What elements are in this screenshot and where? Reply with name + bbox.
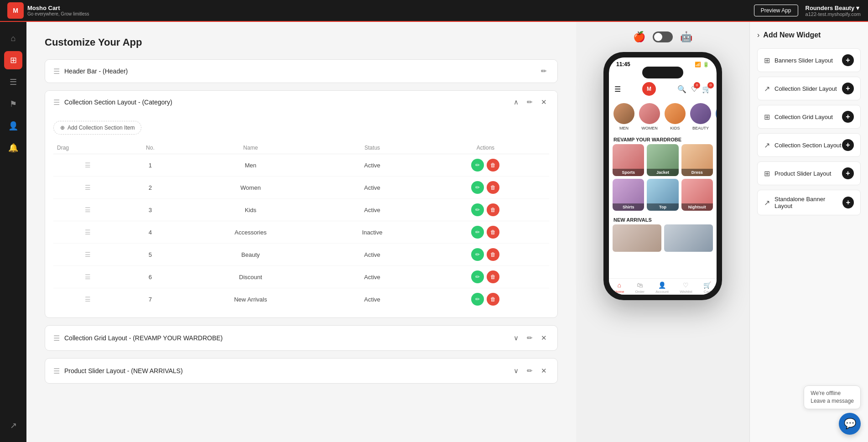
category-kids[interactable]: KIDS (665, 103, 686, 130)
sidebar-item-bell[interactable]: 🔔 (4, 139, 22, 157)
sidebar-item-export[interactable]: ↗ (4, 416, 22, 435)
apple-icon[interactable]: 🍎 (633, 31, 645, 43)
platform-switch[interactable] (653, 31, 673, 42)
add-banners-slider-button[interactable]: + (842, 54, 854, 66)
panel-back-button[interactable]: › (757, 31, 759, 39)
delete-item-button[interactable]: 🗑 (487, 293, 499, 306)
delete-item-button[interactable]: 🗑 (487, 181, 499, 194)
collection-section-actions: ∧ ✏ ✕ (511, 97, 549, 107)
sidebar-item-users[interactable]: 👤 (4, 117, 22, 135)
delete-item-button[interactable]: 🗑 (487, 270, 499, 283)
add-collection-slider-button[interactable]: + (842, 83, 854, 94)
app-tagline: Go everywhere, Grow limitless (27, 11, 89, 16)
add-collection-section-item-button[interactable]: ⊕ Add Collection Section Item (53, 121, 141, 135)
grid-shirts[interactable]: Shirts (613, 179, 644, 211)
edit-item-button[interactable]: ✏ (471, 270, 484, 283)
drag-handle-icon[interactable]: ☰ (53, 367, 60, 375)
delete-product-slider-button[interactable]: ✕ (539, 366, 549, 376)
col-name: Name (178, 142, 322, 154)
edit-product-slider-button[interactable]: ✏ (525, 366, 535, 376)
option-banners-left: ⊞ Banners Slider Layout (764, 56, 833, 65)
edit-header-bar-button[interactable]: ✏ (539, 66, 549, 76)
collection-grid-header: ☰ Collection Grid Layout - (REVAMP YOUR … (45, 326, 557, 350)
nav-home[interactable]: ⌂ Home (614, 281, 624, 294)
col-no: No. (122, 142, 178, 154)
edit-item-button[interactable]: ✏ (471, 181, 484, 194)
edit-item-button[interactable]: ✏ (471, 293, 484, 306)
delete-item-button[interactable]: 🗑 (487, 226, 499, 239)
add-collection-grid-button[interactable]: + (842, 111, 854, 123)
drag-cell[interactable]: ☰ (53, 266, 122, 288)
drag-cell[interactable]: ☰ (53, 199, 122, 221)
drag-cell[interactable]: ☰ (53, 244, 122, 266)
option-collection-grid[interactable]: ⊞ Collection Grid Layout + (757, 105, 861, 129)
chevron-down-icon[interactable]: ▾ (856, 5, 859, 11)
drag-handle-icon[interactable]: ☰ (53, 67, 60, 76)
grid-nightsuit[interactable]: Nightsuit (681, 179, 713, 211)
table-row: ☰ 7 New Arrivals Active ✏ 🗑 (53, 288, 549, 311)
category-women[interactable]: WOMEN (639, 103, 660, 130)
grid-jacket[interactable]: Jacket (647, 144, 678, 176)
delete-collection-grid-button[interactable]: ✕ (539, 333, 549, 343)
option-banners-slider[interactable]: ⊞ Banners Slider Layout + (757, 48, 861, 72)
nav-order-label: Order (635, 290, 645, 294)
drag-cell[interactable]: ☰ (53, 288, 122, 311)
sidebar: ⌂ ⊞ ☰ ⚑ 👤 🔔 ↗ (0, 22, 26, 442)
wifi-icon: 📶 (695, 62, 701, 68)
edit-item-button[interactable]: ✏ (471, 248, 484, 261)
preview-button[interactable]: Preview App (754, 5, 798, 16)
nav-wishlist[interactable]: ♡ Wishlist (680, 281, 692, 294)
nav-cart[interactable]: 🛒 Cart (703, 281, 711, 294)
collapse-product-slider-button[interactable]: ∨ (511, 366, 521, 376)
add-product-slider-button[interactable]: + (842, 167, 854, 179)
edit-item-button[interactable]: ✏ (471, 159, 484, 172)
header-bar-actions: ✏ (539, 66, 549, 76)
option-collection-section[interactable]: ↗ Collection Section Layout + (757, 133, 861, 157)
sidebar-item-customize[interactable]: ⊞ (4, 51, 22, 69)
collapse-collection-section-button[interactable]: ∧ (511, 97, 521, 107)
delete-item-button[interactable]: 🗑 (487, 159, 499, 172)
drag-handle-icon[interactable]: ☰ (53, 334, 60, 343)
product-item-1[interactable] (613, 224, 661, 252)
drag-cell[interactable]: ☰ (53, 221, 122, 244)
nav-order[interactable]: 🛍 Order (635, 281, 645, 294)
product-item-2[interactable] (664, 224, 713, 252)
sidebar-item-list[interactable]: ☰ (4, 73, 22, 91)
option-collection-section-left: ↗ Collection Section Layout (764, 141, 842, 150)
chat-button[interactable]: 💬 (839, 413, 861, 435)
add-standalone-banner-button[interactable]: + (842, 197, 854, 208)
cart-icon: 🛒 0 (702, 85, 711, 94)
topbar: M Mosho Cart Go everywhere, Grow limitle… (0, 0, 868, 22)
edit-item-button[interactable]: ✏ (471, 226, 484, 239)
category-men[interactable]: MEN (613, 103, 634, 130)
wishlist-icon: ♡ 0 (691, 85, 697, 94)
option-product-slider[interactable]: ⊞ Product Slider Layout + (757, 161, 861, 185)
category-d[interactable]: D (716, 103, 717, 130)
collapse-collection-grid-button[interactable]: ∨ (511, 333, 521, 343)
edit-collection-section-button[interactable]: ✏ (525, 97, 535, 107)
option-collection-slider[interactable]: ↗ Collection Slider Layout + (757, 77, 861, 100)
option-standalone-banner[interactable]: ↗ Standalone Banner Layout + (757, 190, 861, 215)
grid-dress[interactable]: Dress (681, 144, 713, 176)
drag-handle-icon[interactable]: ☰ (53, 98, 60, 107)
edit-collection-grid-button[interactable]: ✏ (525, 333, 535, 343)
delete-item-button[interactable]: 🗑 (487, 248, 499, 261)
no-cell: 3 (122, 199, 178, 221)
android-icon[interactable]: 🤖 (680, 31, 692, 43)
drag-cell[interactable]: ☰ (53, 154, 122, 177)
edit-item-button[interactable]: ✏ (471, 203, 484, 216)
no-cell: 7 (122, 288, 178, 311)
nav-account[interactable]: 👤 Account (655, 281, 669, 294)
main-layout: ⌂ ⊞ ☰ ⚑ 👤 🔔 ↗ Customize Your App ☰ Heade… (0, 22, 868, 442)
grid-sports[interactable]: Sports (613, 144, 644, 176)
category-beauty[interactable]: BEAUTY (690, 103, 711, 130)
delete-item-button[interactable]: 🗑 (487, 203, 499, 216)
drag-cell[interactable]: ☰ (53, 177, 122, 199)
sidebar-item-tags[interactable]: ⚑ (4, 95, 22, 113)
add-collection-section-button[interactable]: + (842, 139, 854, 151)
battery-icon: 🔋 (703, 62, 709, 68)
delete-collection-section-button[interactable]: ✕ (539, 97, 549, 107)
panel-title: Add New Widget (763, 31, 821, 39)
sidebar-item-home[interactable]: ⌂ (4, 29, 22, 47)
grid-top[interactable]: Top (647, 179, 678, 211)
